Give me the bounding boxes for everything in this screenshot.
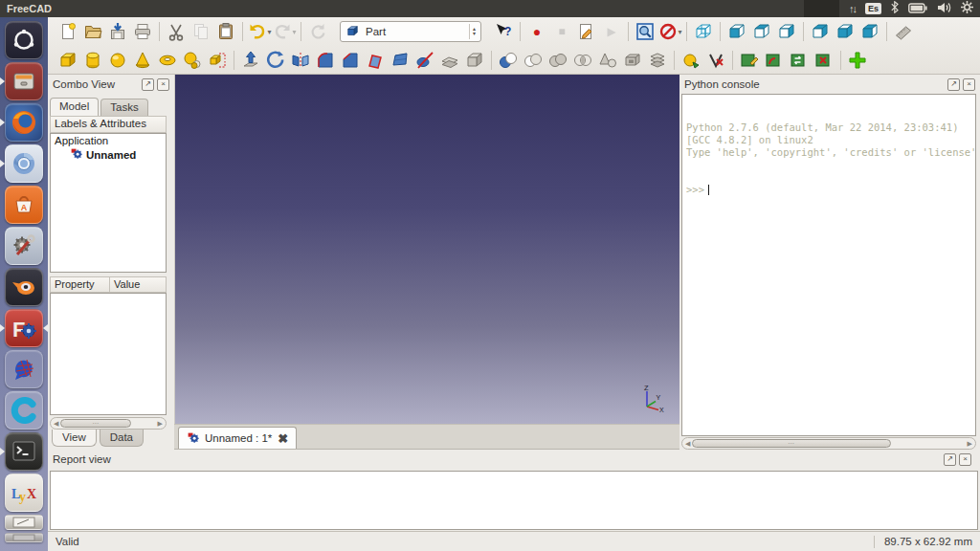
view-left-button[interactable] <box>858 19 882 44</box>
column-value[interactable]: Value <box>109 276 167 293</box>
view-rear-button[interactable] <box>808 19 833 44</box>
part-join-connect-button[interactable] <box>620 48 645 73</box>
tree-item-document[interactable]: Unnamed <box>51 146 166 162</box>
part-sphere-button[interactable] <box>105 48 130 73</box>
panel-close-icon[interactable]: × <box>963 78 975 91</box>
document-tab[interactable]: Unnamed : 1* ✖ <box>178 427 297 449</box>
spinner-arrows-icon[interactable]: ▴▾ <box>469 24 479 39</box>
view-top-button[interactable] <box>749 19 774 44</box>
property-table-hscrollbar[interactable]: ◀ ⋯ ▶ <box>50 417 167 430</box>
launcher-item-blender[interactable] <box>0 268 48 306</box>
tab-close-icon[interactable]: ✖ <box>278 432 288 445</box>
part-primitives-button[interactable] <box>180 48 205 73</box>
macro-record-button[interactable]: ● <box>524 19 549 44</box>
measure-clear-all-button[interactable] <box>812 48 836 73</box>
measure-refresh-button[interactable] <box>787 48 812 73</box>
view-fit-all-button[interactable] <box>633 19 657 44</box>
part-ruled-surface-button[interactable] <box>363 48 388 73</box>
part-boolean-button[interactable] <box>496 48 521 73</box>
column-property[interactable]: Property <box>50 276 109 293</box>
system-settings-icon[interactable] <box>5 227 43 265</box>
part-extrude-button[interactable] <box>238 48 263 73</box>
print-button[interactable] <box>130 19 155 44</box>
lyx-icon[interactable]: LyX <box>5 474 43 512</box>
ubuntu-software-center-icon[interactable]: A <box>5 186 43 224</box>
launcher-item-chromium[interactable] <box>0 144 48 183</box>
volume-icon[interactable] <box>937 0 951 17</box>
launcher-item-c-application[interactable] <box>0 391 48 430</box>
measure-linear-button[interactable] <box>737 48 762 73</box>
battery-icon[interactable] <box>908 0 927 17</box>
freecad-icon[interactable]: F <box>5 309 43 347</box>
whats-this-button[interactable]: ? <box>491 19 516 44</box>
launcher-item-ubuntu-dash[interactable] <box>0 21 48 59</box>
new-document-button[interactable] <box>56 19 80 44</box>
meshlab-icon[interactable] <box>5 350 43 388</box>
tree-item-application[interactable]: Application <box>51 134 166 146</box>
workbench-selector[interactable]: Part▴▾ <box>340 21 481 42</box>
part-cut-button[interactable] <box>521 48 546 73</box>
measure-toggle-all-button[interactable] <box>845 48 870 73</box>
view-front-button[interactable] <box>724 19 749 44</box>
view-bottom-button[interactable] <box>833 19 858 44</box>
dropdown-caret-icon[interactable]: ▾ <box>267 28 271 36</box>
panel-float-icon[interactable]: ↗ <box>944 453 956 466</box>
launcher-item-system-settings[interactable] <box>0 227 48 265</box>
folded-app-top-icon[interactable] <box>5 515 43 530</box>
part-slice-button[interactable] <box>645 48 670 73</box>
paste-button[interactable] <box>213 19 238 44</box>
part-cone-button[interactable] <box>130 48 155 73</box>
macro-edit-button[interactable] <box>574 19 599 44</box>
save-button[interactable] <box>105 19 130 44</box>
dropdown-caret-icon[interactable]: ▾ <box>678 28 681 36</box>
part-torus-button[interactable] <box>155 48 180 73</box>
launcher-item-lyx[interactable]: LyX <box>0 474 48 512</box>
part-union-button[interactable] <box>546 48 570 73</box>
part-compound-button[interactable] <box>595 48 620 73</box>
view-axonometric-button[interactable] <box>691 19 716 44</box>
part-common-button[interactable] <box>570 48 595 73</box>
part-chamfer-button[interactable] <box>338 48 363 73</box>
part-mirror-button[interactable] <box>288 48 313 73</box>
panel-close-icon[interactable]: × <box>157 78 169 91</box>
keyboard-layout-indicator[interactable]: Es <box>865 3 881 14</box>
python-console-output[interactable]: Python 2.7.6 (default, Mar 22 2014, 23:0… <box>681 94 976 436</box>
arrows-updown-icon[interactable]: ↑↓ <box>849 3 856 14</box>
draw-style-button[interactable]: ▾ <box>657 19 682 44</box>
terminal-icon[interactable] <box>5 432 43 471</box>
dropdown-caret-icon[interactable]: ▾ <box>292 28 296 36</box>
file-manager-icon[interactable] <box>5 62 43 100</box>
firefox-icon[interactable] <box>5 103 43 142</box>
part-check-geometry-button[interactable] <box>703 48 728 73</box>
launcher-item-terminal[interactable] <box>0 432 48 471</box>
part-sweep-button[interactable] <box>412 48 437 73</box>
launcher-item-freecad[interactable]: F <box>0 309 48 347</box>
part-fillet-button[interactable] <box>313 48 338 73</box>
3d-viewport[interactable]: ZYX <box>174 75 679 424</box>
scroll-right-icon[interactable]: ▶ <box>158 419 163 429</box>
chromium-icon[interactable] <box>5 144 43 183</box>
part-shapebuilder-button[interactable] <box>205 48 230 73</box>
report-view-output[interactable] <box>50 471 978 530</box>
cut-button[interactable] <box>164 19 189 44</box>
view-right-button[interactable] <box>774 19 799 44</box>
scroll-right-icon[interactable]: ▶ <box>968 439 972 449</box>
tab-view[interactable]: View <box>52 430 97 447</box>
launcher-item-meshlab[interactable] <box>0 350 48 388</box>
part-box-button[interactable] <box>56 48 80 73</box>
launcher-item-folded-app-bottom[interactable] <box>0 533 48 542</box>
undo-button[interactable]: ▾ <box>247 19 272 44</box>
session-gear-icon[interactable] <box>961 0 973 17</box>
blender-icon[interactable] <box>5 268 43 306</box>
part-loft-button[interactable] <box>388 48 412 73</box>
measure-angular-button[interactable] <box>762 48 787 73</box>
tab-data[interactable]: Data <box>100 430 144 447</box>
launcher-item-ubuntu-software-center[interactable]: A <box>0 186 48 224</box>
folded-app-bottom-icon[interactable] <box>5 533 43 542</box>
tab-model[interactable]: Model <box>50 98 99 116</box>
part-offset-button[interactable] <box>437 48 462 73</box>
launcher-item-folded-app-top[interactable] <box>0 515 48 530</box>
open-folder-button[interactable] <box>80 19 105 44</box>
scroll-left-icon[interactable]: ◀ <box>685 439 690 449</box>
part-refine-shape-button[interactable] <box>679 48 703 73</box>
